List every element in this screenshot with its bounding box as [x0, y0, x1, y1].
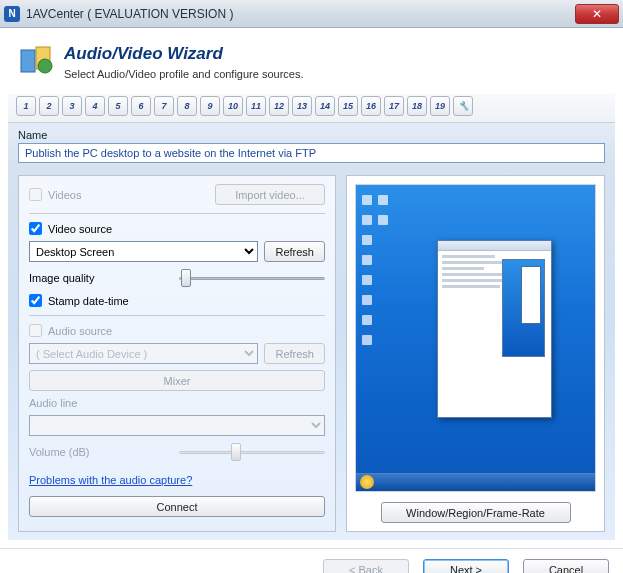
app-icon: N: [4, 6, 20, 22]
wizard-footer: < Back Next > Cancel: [0, 548, 623, 573]
wizard-step-13[interactable]: 13: [292, 96, 312, 116]
window-title: 1AVCenter ( EVALUATION VERSION ): [26, 7, 575, 21]
wizard-step-12[interactable]: 12: [269, 96, 289, 116]
wizard-step-1[interactable]: 1: [16, 96, 36, 116]
video-refresh-button[interactable]: Refresh: [264, 241, 325, 262]
image-quality-label: Image quality: [29, 272, 169, 284]
audio-problems-link[interactable]: Problems with the audio capture?: [29, 474, 192, 486]
audio-source-select: ( Select Audio Device ): [29, 343, 258, 364]
window-region-framerate-button[interactable]: Window/Region/Frame-Rate: [381, 502, 571, 523]
name-input[interactable]: [18, 143, 605, 163]
wizard-settings-button[interactable]: 🔧: [453, 96, 473, 116]
wizard-step-7[interactable]: 7: [154, 96, 174, 116]
stamp-label: Stamp date-time: [48, 295, 129, 307]
preview-panel: Window/Region/Frame-Rate: [346, 175, 605, 532]
wizard-step-10[interactable]: 10: [223, 96, 243, 116]
wizard-step-bar: 1 2 3 4 5 6 7 8 9 10 11 12 13 14 15 16 1…: [8, 94, 615, 123]
svg-point-2: [38, 59, 52, 73]
video-source-label: Video source: [48, 223, 112, 235]
wizard-step-15[interactable]: 15: [338, 96, 358, 116]
back-button: < Back: [323, 559, 409, 573]
audio-line-select: [29, 415, 325, 436]
stamp-checkbox[interactable]: [29, 294, 42, 307]
video-source-select[interactable]: Desktop Screen: [29, 241, 258, 262]
page-subtitle: Select Audio/Video profile and configure…: [64, 68, 304, 80]
cancel-button[interactable]: Cancel: [523, 559, 609, 573]
titlebar: N 1AVCenter ( EVALUATION VERSION ) ✕: [0, 0, 623, 28]
wizard-step-4[interactable]: 4: [85, 96, 105, 116]
wizard-step-17[interactable]: 17: [384, 96, 404, 116]
audio-source-checkbox: [29, 324, 42, 337]
name-section: Name: [8, 123, 615, 167]
mixer-button: Mixer: [29, 370, 325, 391]
audio-line-label: Audio line: [29, 397, 77, 409]
audio-refresh-button: Refresh: [264, 343, 325, 364]
wizard-step-16[interactable]: 16: [361, 96, 381, 116]
wizard-step-19[interactable]: 19: [430, 96, 450, 116]
wizard-step-6[interactable]: 6: [131, 96, 151, 116]
wizard-header: Audio/Video Wizard Select Audio/Video pr…: [8, 36, 615, 94]
import-video-button: Import video...: [215, 184, 325, 205]
close-button[interactable]: ✕: [575, 4, 619, 24]
audio-source-label: Audio source: [48, 325, 112, 337]
wizard-step-11[interactable]: 11: [246, 96, 266, 116]
wrench-icon: 🔧: [458, 101, 469, 111]
volume-slider: [179, 442, 325, 462]
videos-checkbox: [29, 188, 42, 201]
wizard-step-3[interactable]: 3: [62, 96, 82, 116]
connect-button[interactable]: Connect: [29, 496, 325, 517]
wizard-step-9[interactable]: 9: [200, 96, 220, 116]
svg-rect-0: [21, 50, 35, 72]
wizard-step-8[interactable]: 8: [177, 96, 197, 116]
desktop-preview: [355, 184, 596, 492]
next-button[interactable]: Next >: [423, 559, 509, 573]
close-icon: ✕: [592, 7, 602, 21]
image-quality-slider[interactable]: [179, 268, 325, 288]
wizard-step-2[interactable]: 2: [39, 96, 59, 116]
preview-inner-window: [437, 240, 552, 417]
wizard-icon: [18, 44, 54, 80]
source-panel: Videos Import video... Video source Desk…: [18, 175, 336, 532]
volume-label: Volume (dB): [29, 446, 169, 458]
wizard-step-18[interactable]: 18: [407, 96, 427, 116]
page-title: Audio/Video Wizard: [64, 44, 304, 64]
wizard-step-5[interactable]: 5: [108, 96, 128, 116]
video-source-checkbox[interactable]: [29, 222, 42, 235]
wizard-step-14[interactable]: 14: [315, 96, 335, 116]
videos-label: Videos: [48, 189, 81, 201]
name-label: Name: [18, 129, 605, 141]
